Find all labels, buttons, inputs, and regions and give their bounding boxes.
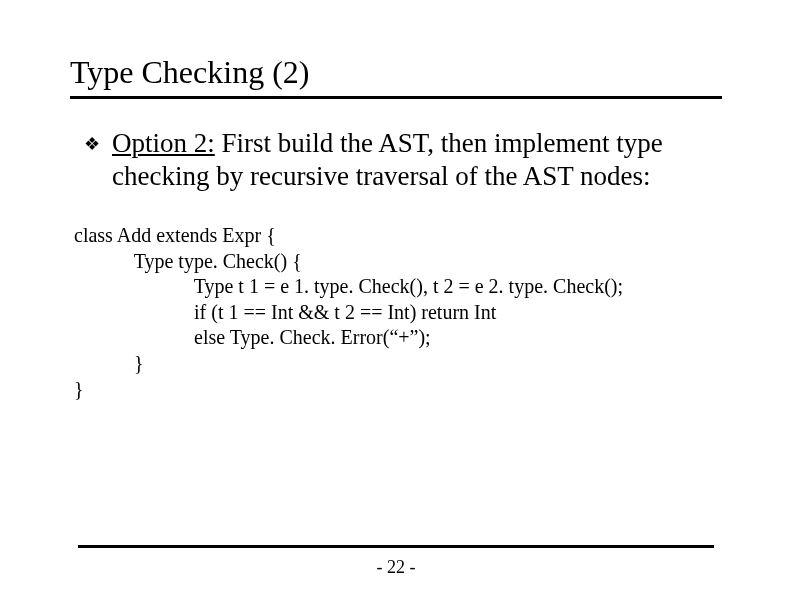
bullet-text: Option 2: First build the AST, then impl… bbox=[112, 127, 672, 193]
code-block: class Add extends Expr { Type type. Chec… bbox=[74, 223, 722, 402]
title-underline bbox=[70, 96, 722, 99]
diamond-bullet-icon: ❖ bbox=[84, 133, 100, 155]
code-line-1: class Add extends Expr { bbox=[74, 224, 276, 246]
code-line-5: else Type. Check. Error(“+”); bbox=[74, 326, 431, 348]
code-line-7: } bbox=[74, 378, 84, 400]
code-line-3: Type t 1 = e 1. type. Check(), t 2 = e 2… bbox=[74, 275, 623, 297]
bullet-lead: Option 2: bbox=[112, 128, 215, 158]
page-number: - 22 - bbox=[0, 557, 792, 578]
bullet-item: ❖ Option 2: First build the AST, then im… bbox=[84, 127, 722, 193]
footer-line bbox=[78, 545, 714, 548]
slide: Type Checking (2) ❖ Option 2: First buil… bbox=[0, 0, 792, 612]
slide-title: Type Checking (2) bbox=[70, 55, 722, 90]
code-line-2: Type type. Check() { bbox=[74, 250, 302, 272]
code-line-6: } bbox=[74, 352, 144, 374]
code-line-4: if (t 1 == Int && t 2 == Int) return Int bbox=[74, 301, 496, 323]
